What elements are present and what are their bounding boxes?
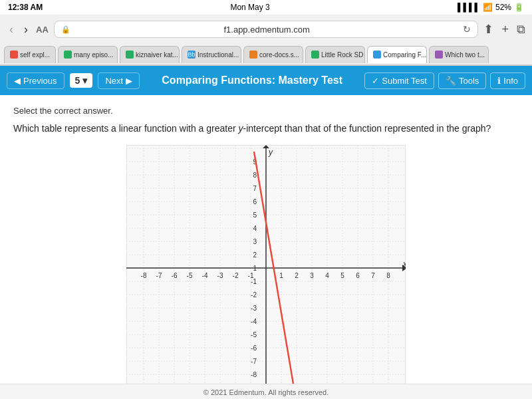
- tab-icon: [64, 51, 72, 59]
- copyright-text: © 2021 Edmentum. All rights reserved.: [203, 388, 329, 396]
- tab-label: Comparing F...: [383, 51, 426, 59]
- question-number: 5: [75, 75, 80, 86]
- tab-comparing-f[interactable]: Comparing F...: [367, 46, 427, 63]
- tab-icon: [126, 51, 134, 59]
- tab-icon: [249, 51, 257, 59]
- forward-button[interactable]: ›: [21, 21, 31, 38]
- tabs-button[interactable]: ⧉: [517, 23, 525, 37]
- svg-text:-8: -8: [141, 272, 147, 279]
- svg-text:-5: -5: [251, 331, 257, 338]
- svg-text:-5: -5: [187, 272, 193, 279]
- lock-icon: 🔒: [61, 25, 70, 34]
- svg-text:5: 5: [340, 272, 344, 279]
- question-text: Which table represents a linear function…: [13, 122, 519, 136]
- svg-text:3: 3: [310, 272, 314, 279]
- tab-label: many episo...: [74, 51, 113, 59]
- content-area: Select the correct answer. Which table r…: [0, 95, 532, 384]
- tab-label: core-docs.s...: [259, 51, 299, 59]
- svg-text:8: 8: [253, 172, 257, 179]
- tab-icon: [435, 51, 443, 59]
- wifi-icon: 📶: [483, 3, 493, 12]
- next-button[interactable]: Next ▶: [98, 72, 140, 89]
- address-bar[interactable]: 🔒 f1.app.edmentum.com ↻: [54, 21, 479, 38]
- submit-check-icon: ✓: [372, 76, 379, 86]
- svg-text:4: 4: [253, 225, 257, 232]
- svg-text:-7: -7: [251, 358, 257, 365]
- tab-label: Which two t...: [445, 51, 485, 59]
- svg-text:-6: -6: [251, 344, 257, 352]
- tab-many-episo[interactable]: many episo...: [58, 46, 118, 63]
- app-header: ◀ Previous 5 ▾ Next ▶ Comparing Function…: [0, 66, 532, 95]
- svg-text:-7: -7: [156, 272, 162, 279]
- graph-container: x y -8 -7 -6 -5 -4 -3 -2 -1 1 2 3 4 5 6 …: [13, 145, 519, 384]
- svg-text:-6: -6: [172, 272, 178, 279]
- svg-text:-8: -8: [251, 371, 257, 378]
- back-button[interactable]: ‹: [7, 21, 16, 38]
- svg-text:6: 6: [356, 272, 360, 279]
- info-button[interactable]: ℹ Info: [490, 72, 525, 89]
- tabs-bar: self expl... many episo... kiznaiver kat…: [0, 44, 532, 65]
- tools-icon: 🔧: [446, 76, 456, 86]
- refresh-button[interactable]: ↻: [463, 24, 471, 35]
- tools-button[interactable]: 🔧 Tools: [438, 72, 486, 89]
- prev-label: Previous: [23, 76, 57, 86]
- status-time: 12:38 AM: [8, 3, 43, 12]
- submit-label: Submit Test: [382, 76, 427, 86]
- svg-text:x: x: [402, 259, 406, 269]
- question-selector[interactable]: 5 ▾: [70, 73, 93, 88]
- svg-text:-2: -2: [233, 272, 239, 279]
- footer: © 2021 Edmentum. All rights reserved.: [0, 384, 532, 399]
- share-button[interactable]: ⬆: [483, 22, 493, 37]
- tab-core-docs[interactable]: core-docs.s...: [243, 46, 303, 63]
- tab-self-expl[interactable]: self expl...: [4, 46, 56, 63]
- tools-label: Tools: [459, 76, 479, 86]
- svg-text:-2: -2: [251, 291, 257, 299]
- next-icon: ▶: [126, 76, 132, 86]
- tab-kiznaiver[interactable]: kiznaiver kat...: [120, 46, 180, 63]
- dropdown-icon: ▾: [82, 75, 87, 86]
- svg-text:7: 7: [371, 272, 375, 279]
- svg-text:-3: -3: [251, 305, 257, 312]
- prev-icon: ◀: [14, 76, 21, 86]
- signal-icon: ▌▌▌▌: [458, 3, 480, 12]
- tab-label: Little Rock SD: [321, 51, 363, 59]
- tab-label: kiznaiver kat...: [136, 51, 178, 59]
- svg-text:3: 3: [253, 238, 257, 245]
- svg-text:-3: -3: [217, 272, 223, 279]
- svg-text:2: 2: [253, 251, 257, 259]
- status-indicators: ▌▌▌▌ 📶 52% 🔋: [458, 3, 524, 12]
- svg-text:6: 6: [253, 198, 257, 205]
- status-bar: 12:38 AM Mon May 3 ▌▌▌▌ 📶 52% 🔋: [0, 0, 532, 15]
- status-day: Mon May 3: [230, 3, 269, 12]
- svg-text:y: y: [268, 148, 273, 157]
- tab-little-rock[interactable]: Little Rock SD: [305, 46, 365, 63]
- submit-test-button[interactable]: ✓ Submit Test: [364, 72, 434, 89]
- tab-which-two[interactable]: Which two t...: [429, 46, 489, 63]
- coordinate-graph: x y -8 -7 -6 -5 -4 -3 -2 -1 1 2 3 4 5 6 …: [126, 145, 406, 384]
- add-tab-button[interactable]: +: [501, 23, 509, 37]
- browser-actions: ⬆ + ⧉: [483, 22, 525, 37]
- svg-text:4: 4: [325, 272, 329, 279]
- svg-text:-4: -4: [202, 272, 208, 279]
- tab-icon: [373, 51, 381, 59]
- info-icon: ℹ: [497, 76, 501, 86]
- svg-text:8: 8: [386, 272, 390, 279]
- reader-mode-button[interactable]: AA: [36, 25, 49, 35]
- info-label: Info: [503, 76, 518, 86]
- tab-icon: [311, 51, 319, 59]
- svg-text:7: 7: [253, 185, 257, 192]
- browser-toolbar: ‹ › AA 🔒 f1.app.edmentum.com ↻ ⬆ + ⧉: [0, 15, 532, 44]
- previous-button[interactable]: ◀ Previous: [7, 72, 65, 89]
- svg-text:2: 2: [295, 272, 299, 279]
- tab-icon: [10, 51, 18, 59]
- tab-instructional[interactable]: Bb Instructional...: [182, 46, 241, 63]
- instruction-text: Select the correct answer.: [13, 106, 519, 116]
- battery-indicator: 52%: [495, 3, 511, 12]
- tab-label: Instructional...: [198, 51, 239, 59]
- svg-text:1: 1: [253, 265, 257, 272]
- tab-label: self expl...: [20, 51, 50, 59]
- app-title: Comparing Functions: Mastery Test: [145, 74, 359, 86]
- tab-icon: Bb: [188, 51, 196, 59]
- svg-text:-4: -4: [251, 318, 257, 325]
- svg-text:5: 5: [253, 211, 257, 219]
